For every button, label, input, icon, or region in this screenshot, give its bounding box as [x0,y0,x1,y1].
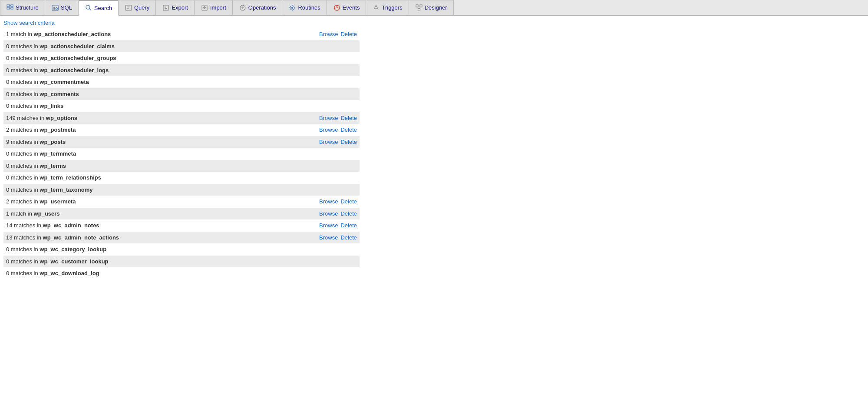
result-row-actions: BrowseDelete [304,136,360,148]
match-count: 0 matches in [6,246,40,253]
result-row-main: 0 matches in wp_terms [3,160,304,172]
match-count: 1 match in [6,31,34,37]
result-row-main: 0 matches in wp_actionscheduler_logs [3,64,304,76]
tab-routines[interactable]: Routines [282,0,327,15]
table-row: 0 matches in wp_term_taxonomy [3,184,360,196]
delete-link[interactable]: Delete [340,126,357,133]
table-name: wp_postmeta [40,126,76,133]
result-row-main: 0 matches in wp_actionscheduler_claims [3,40,304,53]
browse-link[interactable]: Browse [319,115,338,121]
result-row-main: 1 match in wp_users [3,208,304,220]
browse-link[interactable]: Browse [319,31,338,37]
match-count: 149 matches in [6,115,46,121]
tab-import[interactable]: Import [195,0,233,15]
match-count: 0 matches in [6,150,40,157]
result-row-actions: BrowseDelete [304,196,360,208]
table-row: 0 matches in wp_wc_category_lookup [3,243,360,256]
tab-label-designer: Designer [425,4,447,11]
table-row: 14 matches in wp_wc_admin_notesBrowseDel… [3,219,360,232]
tab-triggers[interactable]: Triggers [366,0,409,15]
table-name: wp_wc_download_log [40,270,99,276]
delete-link[interactable]: Delete [340,198,357,205]
match-count: 0 matches in [6,258,40,265]
tab-label-search: Search [94,5,112,11]
delete-link[interactable]: Delete [340,31,357,37]
table-row: 0 matches in wp_comments [3,88,360,100]
svg-text:SQL: SQL [53,7,59,10]
table-name: wp_users [34,210,60,217]
tab-designer[interactable]: Designer [409,0,454,15]
tab-label-import: Import [210,4,226,11]
tab-label-events: Events [343,4,360,11]
table-name: wp_terms [40,163,66,169]
result-row-actions: BrowseDelete [304,232,360,244]
table-row: 2 matches in wp_usermetaBrowseDelete [3,196,360,208]
result-row-main: 9 matches in wp_posts [3,136,304,148]
table-name: wp_term_relationships [40,174,101,181]
designer-icon [416,4,422,11]
svg-rect-10 [125,5,132,10]
result-row-actions [304,243,360,256]
svg-rect-28 [416,5,418,7]
show-criteria-link[interactable]: Show search criteria [3,18,865,28]
svg-line-9 [89,9,91,10]
browse-link[interactable]: Browse [319,234,338,241]
result-row-actions [304,256,360,268]
result-row-actions [304,160,360,172]
svg-rect-5 [11,7,13,9]
match-count: 1 match in [6,210,34,217]
delete-link[interactable]: Delete [340,139,357,145]
browse-link[interactable]: Browse [319,139,338,145]
svg-rect-3 [11,5,13,7]
search-icon [85,4,92,11]
result-row-actions [304,184,360,196]
browse-link[interactable]: Browse [319,222,338,229]
table-row: 2 matches in wp_postmetaBrowseDelete [3,124,360,136]
browse-link[interactable]: Browse [319,198,338,205]
result-row-actions: BrowseDelete [304,124,360,136]
result-row-main: 0 matches in wp_comments [3,88,304,100]
delete-link[interactable]: Delete [340,222,357,229]
delete-link[interactable]: Delete [340,115,357,121]
events-icon [333,4,340,11]
tab-search[interactable]: Search [79,0,119,16]
tab-export[interactable]: Export [156,0,195,15]
export-icon [162,4,169,11]
result-row-main: 0 matches in wp_links [3,100,304,112]
main-content: Show search criteria 1 match in wp_actio… [0,16,868,282]
table-name: wp_commentmeta [40,79,89,85]
result-row-actions [304,88,360,100]
result-row-actions [304,40,360,53]
result-row-main: 0 matches in wp_actionscheduler_groups [3,52,304,64]
svg-rect-1 [7,7,10,9]
svg-point-8 [86,5,90,9]
result-row-actions [304,267,360,279]
table-row: 0 matches in wp_wc_customer_lookup [3,256,360,268]
table-row: 0 matches in wp_term_relationships [3,172,360,184]
table-row: 0 matches in wp_terms [3,160,360,172]
delete-link[interactable]: Delete [340,234,357,241]
result-row-main: 0 matches in wp_wc_download_log [3,267,304,279]
table-name: wp_options [46,115,77,121]
result-row-main: 0 matches in wp_termmeta [3,148,304,160]
browse-link[interactable]: Browse [319,126,338,133]
delete-link[interactable]: Delete [340,210,357,217]
tab-structure[interactable]: Structure [0,0,45,15]
tab-label-operations: Operations [248,4,276,11]
match-count: 0 matches in [6,55,40,61]
result-row-main: 0 matches in wp_wc_category_lookup [3,243,304,256]
browse-link[interactable]: Browse [319,210,338,217]
tab-label-structure: Structure [16,4,39,11]
table-name: wp_usermeta [40,198,76,205]
tab-sql[interactable]: SQLSQL [45,0,79,15]
tab-operations[interactable]: Operations [233,0,283,15]
match-count: 0 matches in [6,91,40,97]
match-count: 0 matches in [6,43,40,50]
tab-label-triggers: Triggers [382,4,402,11]
result-row-main: 0 matches in wp_wc_customer_lookup [3,256,304,268]
tab-events[interactable]: Events [327,0,366,15]
table-name: wp_links [40,103,63,109]
result-row-actions [304,64,360,76]
match-count: 13 matches in [6,234,43,241]
tab-query[interactable]: Query [119,0,156,15]
